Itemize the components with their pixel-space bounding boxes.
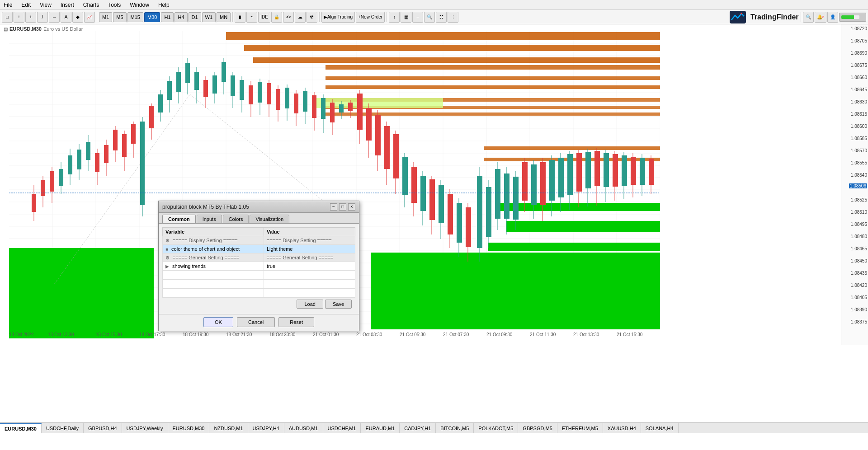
svg-rect-100 bbox=[203, 80, 208, 97]
tf-h1[interactable]: H1 bbox=[161, 12, 174, 22]
arrow2-btn[interactable]: >> bbox=[283, 12, 294, 23]
load-button[interactable]: Load bbox=[297, 300, 323, 309]
tab-usdchf-m1[interactable]: USDCHF,M1 bbox=[323, 423, 361, 433]
tf-m1[interactable]: M1 bbox=[99, 12, 112, 22]
svg-rect-116 bbox=[276, 89, 280, 110]
menu-file[interactable]: File bbox=[2, 1, 14, 9]
tab-audusd-m1[interactable]: AUDUSD,M1 bbox=[284, 423, 323, 433]
text-tool-btn[interactable]: A bbox=[61, 12, 71, 23]
price-10: 1.08585 bbox=[851, 136, 867, 141]
tab-ethereum-m5[interactable]: ETHEREUM,M5 bbox=[557, 423, 603, 433]
tab-inputs[interactable]: Inputs bbox=[197, 215, 222, 223]
indicators-btn[interactable]: ~ bbox=[246, 12, 257, 23]
menu-insert[interactable]: Insert bbox=[59, 1, 76, 9]
tab-polkadot-m5[interactable]: POLKADOT,M5 bbox=[474, 423, 518, 433]
svg-rect-102 bbox=[212, 75, 217, 94]
reset-button[interactable]: Reset bbox=[278, 317, 314, 327]
depth-btn[interactable]: ↕ bbox=[389, 12, 400, 23]
zoom-in-btn[interactable]: + bbox=[14, 12, 24, 23]
svg-rect-172 bbox=[531, 164, 537, 205]
line-tool-btn[interactable]: / bbox=[37, 12, 48, 23]
tab-usdjpy-weekly[interactable]: USDJPY,Weekly bbox=[122, 423, 168, 433]
tf-h4[interactable]: H4 bbox=[175, 12, 187, 22]
tab-eurusd-m30[interactable]: EURUSD,M30 bbox=[0, 423, 42, 433]
svg-rect-186 bbox=[594, 151, 600, 186]
cancel-button[interactable]: Cancel bbox=[237, 317, 275, 327]
svg-rect-51 bbox=[484, 146, 660, 150]
svg-text:21 Oct 09:30: 21 Oct 09:30 bbox=[486, 332, 513, 337]
arrow-tool-btn[interactable]: → bbox=[49, 12, 60, 23]
shapes-btn[interactable]: ◆ bbox=[72, 12, 83, 23]
notification-btn[interactable]: 🔔2 bbox=[815, 12, 826, 23]
lock-btn[interactable]: 🔒 bbox=[271, 12, 282, 23]
grid-btn[interactable]: ☷ bbox=[436, 12, 447, 23]
tf-m5[interactable]: M5 bbox=[113, 12, 126, 22]
tf-d1[interactable]: D1 bbox=[189, 12, 201, 22]
crosshair-btn[interactable]: + bbox=[25, 12, 36, 23]
algo-trading-btn[interactable]: ▶ Algo Trading bbox=[321, 12, 355, 23]
more-btn[interactable]: ⁝ bbox=[448, 12, 458, 23]
chart-type-btn[interactable]: ▮ bbox=[235, 12, 245, 23]
table-row[interactable]: ▶ showing trends true bbox=[163, 262, 355, 271]
svg-rect-62 bbox=[32, 194, 36, 212]
menu-help[interactable]: Help bbox=[156, 1, 171, 9]
menu-charts[interactable]: Charts bbox=[81, 1, 101, 9]
menu-view[interactable]: View bbox=[38, 1, 53, 9]
tab-visualization[interactable]: Visualization bbox=[250, 215, 289, 223]
tf-mn[interactable]: MN bbox=[217, 12, 231, 22]
svg-point-1 bbox=[741, 13, 742, 14]
svg-rect-124 bbox=[312, 95, 316, 118]
dialog-minimize-btn[interactable]: − bbox=[330, 203, 337, 211]
cloud-btn[interactable]: ☁ bbox=[295, 12, 306, 23]
tab-gbpsgd-m5[interactable]: GBPSGD,M5 bbox=[518, 423, 557, 433]
menu-window[interactable]: Window bbox=[128, 1, 151, 9]
table-row-empty bbox=[163, 280, 355, 289]
tab-usdchf-daily[interactable]: USDCHF,Daily bbox=[42, 423, 84, 433]
tab-common[interactable]: Common bbox=[162, 215, 196, 223]
zoom-out-btn[interactable]: − bbox=[412, 12, 423, 23]
new-order-btn[interactable]: + New Order bbox=[356, 12, 385, 23]
tab-colors[interactable]: Colors bbox=[223, 215, 249, 223]
save-button[interactable]: Save bbox=[325, 300, 352, 309]
dialog-close-btn[interactable]: × bbox=[348, 203, 355, 211]
tf-m30[interactable]: M30 bbox=[144, 12, 160, 22]
tab-euraud-m1[interactable]: EURAUD,M1 bbox=[361, 423, 400, 433]
svg-rect-112 bbox=[258, 82, 262, 103]
svg-rect-190 bbox=[613, 154, 618, 187]
table-row-empty bbox=[163, 289, 355, 298]
menu-tools[interactable]: Tools bbox=[106, 1, 123, 9]
tab-usdjpy-h4[interactable]: USDJPY,H4 bbox=[248, 423, 284, 433]
tf-m15[interactable]: M15 bbox=[127, 12, 143, 22]
indicator-btn[interactable]: 📈 bbox=[84, 12, 95, 23]
tab-solana-h4[interactable]: SOLANA,H4 bbox=[641, 423, 679, 433]
menu-edit[interactable]: Edit bbox=[19, 1, 33, 9]
ok-button[interactable]: OK bbox=[203, 317, 233, 327]
chart-mode-btn[interactable]: ▦ bbox=[401, 12, 411, 23]
dialog-restore-btn[interactable]: □ bbox=[339, 203, 346, 211]
tab-xauusd-h4[interactable]: XAUUSD,H4 bbox=[603, 423, 641, 433]
svg-rect-72 bbox=[77, 150, 81, 169]
tf-w1[interactable]: W1 bbox=[202, 12, 216, 22]
svg-rect-118 bbox=[285, 88, 289, 108]
svg-rect-134 bbox=[357, 94, 363, 130]
svg-rect-120 bbox=[294, 94, 298, 113]
svg-rect-146 bbox=[411, 167, 417, 203]
dialog-titlebar[interactable]: propulsion block MT5 By TFlab 1.05 − □ × bbox=[159, 201, 359, 213]
tab-cadjpy-h1[interactable]: CADJPY,H1 bbox=[400, 423, 436, 433]
market-btn[interactable]: ☢ bbox=[307, 12, 317, 23]
svg-rect-194 bbox=[631, 157, 636, 185]
new-chart-btn[interactable]: □ bbox=[2, 12, 13, 23]
tab-bitcoin-m5[interactable]: BITCOIN,M5 bbox=[436, 423, 474, 433]
ide-btn[interactable]: IDE bbox=[258, 12, 270, 23]
tab-gbpusd-h4[interactable]: GBPUSD,H4 bbox=[84, 423, 122, 433]
search-btn[interactable]: 🔍 bbox=[803, 12, 814, 23]
tab-nzdusd-m1[interactable]: NZDUSD,M1 bbox=[209, 423, 248, 433]
tab-eurusd-m30-2[interactable]: EURUSD,M30 bbox=[168, 423, 210, 433]
table-row[interactable]: ■ color theme of chart and object Light … bbox=[163, 245, 355, 253]
dialog-tabs: Common Inputs Colors Visualization bbox=[159, 213, 359, 224]
col-variable: Variable bbox=[163, 228, 264, 236]
account-btn[interactable]: 👤 bbox=[827, 12, 838, 23]
svg-rect-57 bbox=[488, 243, 660, 251]
svg-rect-92 bbox=[167, 81, 172, 100]
zoom-normal-btn[interactable]: 🔍 bbox=[424, 12, 435, 23]
